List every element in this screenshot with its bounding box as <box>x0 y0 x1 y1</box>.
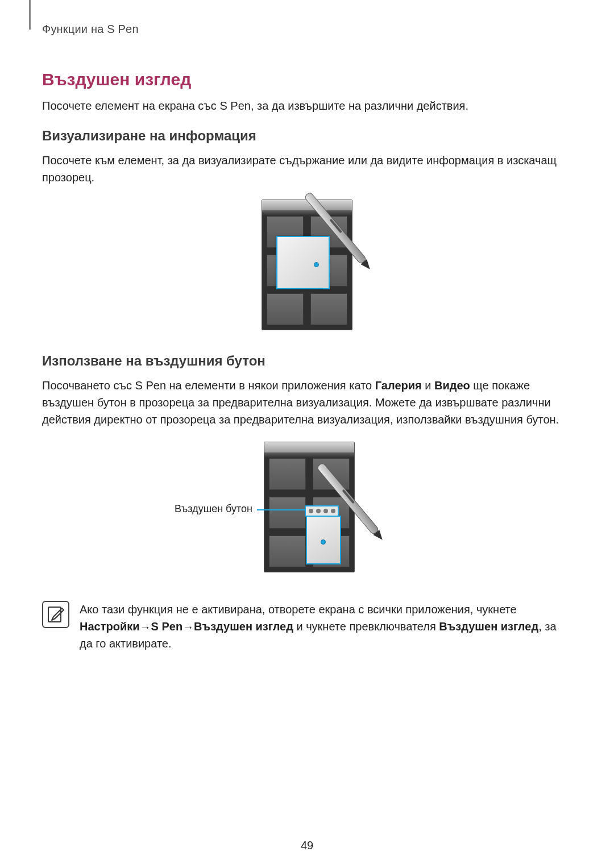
switch-name-airview: Въздушен изглед <box>439 620 538 633</box>
hover-point-icon <box>321 539 326 545</box>
grid-cell <box>310 293 347 325</box>
air-button-toolbar <box>305 505 339 517</box>
note-icon <box>42 601 69 628</box>
arrow-icon: → <box>140 618 151 636</box>
callout-line <box>257 509 306 510</box>
svg-marker-1 <box>360 259 373 272</box>
callout-label: Въздушен бутон <box>144 503 252 515</box>
arrow-icon: → <box>182 618 194 636</box>
menu-path-settings: Настройки <box>80 620 140 633</box>
grid-cell <box>267 293 304 325</box>
text-fragment: и чукнете превключвателя <box>293 620 439 633</box>
subsection-title-airbutton: Използване на въздушния бутон <box>42 353 572 369</box>
app-name-video: Видео <box>434 379 470 392</box>
hover-point-icon <box>314 262 319 267</box>
toolbar-icon <box>331 509 335 513</box>
grid-cell <box>269 497 306 529</box>
phone-statusbar <box>264 442 354 452</box>
grid-cell <box>313 458 350 490</box>
menu-path-spen: S Pen <box>151 620 183 633</box>
toolbar-icon <box>316 509 321 513</box>
app-name-gallery: Галерия <box>375 379 422 392</box>
section-title: Въздушен изглед <box>42 70 572 89</box>
svg-marker-4 <box>373 530 385 542</box>
phone-statusbar <box>262 200 352 210</box>
running-head: Функции на S Pen <box>42 23 572 36</box>
page-number: 49 <box>0 839 614 852</box>
figure-preview-info <box>42 200 572 336</box>
figure-air-button: Въздушен бутон <box>42 442 572 584</box>
subsection-text-info: Посочете към елемент, за да визуализират… <box>42 152 572 186</box>
toolbar-icon <box>309 509 313 513</box>
text-fragment: и <box>422 379 434 392</box>
grid-cell <box>269 458 306 490</box>
section-intro: Посочете елемент на екрана със S Pen, за… <box>42 97 572 114</box>
note-text: Ако тази функция не е активирана, отворе… <box>80 601 572 652</box>
subsection-title-info: Визуализиране на информация <box>42 128 572 144</box>
text-fragment: Ако тази функция не е активирана, отворе… <box>80 603 517 616</box>
toolbar-icon <box>323 509 328 513</box>
text-fragment: Посочването със S Pen на елементи в няко… <box>42 379 375 392</box>
note-block: Ако тази функция не е активирана, отворе… <box>42 601 572 652</box>
menu-path-airview: Въздушен изглед <box>194 620 293 633</box>
subsection-text-airbutton: Посочването със S Pen на елементи в няко… <box>42 377 572 428</box>
grid-cell <box>269 535 306 567</box>
preview-popup <box>276 236 330 289</box>
margin-rule <box>29 0 31 30</box>
